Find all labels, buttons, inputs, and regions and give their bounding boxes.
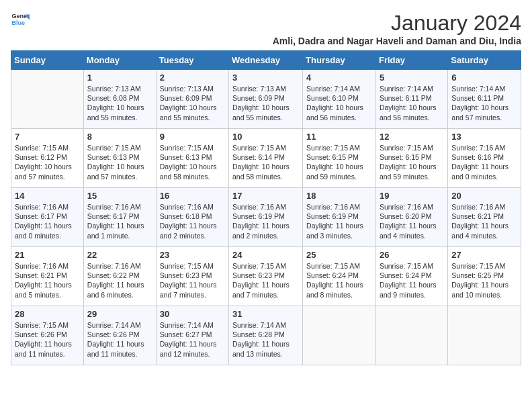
day-info: Sunrise: 7:15 AM Sunset: 6:26 PM Dayligh… bbox=[15, 320, 80, 359]
weekday-header: Monday bbox=[83, 51, 156, 70]
day-info: Sunrise: 7:15 AM Sunset: 6:15 PM Dayligh… bbox=[380, 143, 444, 181]
day-number: 16 bbox=[160, 191, 225, 201]
day-number: 2 bbox=[160, 73, 225, 83]
calendar-cell: 18Sunrise: 7:16 AM Sunset: 6:19 PM Dayli… bbox=[303, 188, 376, 247]
calendar-cell: 12Sunrise: 7:15 AM Sunset: 6:15 PM Dayli… bbox=[375, 129, 447, 188]
day-info: Sunrise: 7:14 AM Sunset: 6:26 PM Dayligh… bbox=[87, 320, 152, 359]
calendar-cell bbox=[375, 306, 447, 365]
calendar-cell: 17Sunrise: 7:16 AM Sunset: 6:19 PM Dayli… bbox=[229, 188, 303, 247]
day-info: Sunrise: 7:15 AM Sunset: 6:14 PM Dayligh… bbox=[232, 143, 299, 181]
weekday-header: Friday bbox=[375, 51, 447, 70]
day-info: Sunrise: 7:14 AM Sunset: 6:11 PM Dayligh… bbox=[380, 84, 444, 122]
day-number: 24 bbox=[232, 250, 299, 260]
calendar-cell: 27Sunrise: 7:15 AM Sunset: 6:25 PM Dayli… bbox=[448, 247, 521, 306]
calendar-cell: 19Sunrise: 7:16 AM Sunset: 6:20 PM Dayli… bbox=[375, 188, 447, 247]
day-number: 6 bbox=[451, 73, 517, 83]
day-number: 12 bbox=[380, 132, 444, 142]
day-info: Sunrise: 7:13 AM Sunset: 6:09 PM Dayligh… bbox=[232, 84, 299, 122]
day-number: 14 bbox=[15, 191, 80, 201]
day-number: 23 bbox=[160, 250, 225, 260]
day-info: Sunrise: 7:14 AM Sunset: 6:11 PM Dayligh… bbox=[451, 84, 517, 122]
calendar-cell: 31Sunrise: 7:14 AM Sunset: 6:28 PM Dayli… bbox=[229, 306, 303, 365]
day-number: 19 bbox=[380, 191, 444, 201]
calendar-cell: 15Sunrise: 7:16 AM Sunset: 6:17 PM Dayli… bbox=[83, 188, 156, 247]
calendar-cell: 2Sunrise: 7:13 AM Sunset: 6:09 PM Daylig… bbox=[156, 70, 228, 129]
day-info: Sunrise: 7:15 AM Sunset: 6:12 PM Dayligh… bbox=[15, 143, 80, 181]
weekday-header: Tuesday bbox=[156, 51, 228, 70]
calendar-cell: 20Sunrise: 7:16 AM Sunset: 6:21 PM Dayli… bbox=[448, 188, 521, 247]
day-info: Sunrise: 7:16 AM Sunset: 6:17 PM Dayligh… bbox=[15, 202, 80, 240]
day-number: 21 bbox=[15, 250, 80, 260]
weekday-header: Thursday bbox=[303, 51, 376, 70]
day-number: 7 bbox=[15, 132, 80, 142]
calendar-cell: 21Sunrise: 7:16 AM Sunset: 6:21 PM Dayli… bbox=[11, 247, 84, 306]
day-number: 13 bbox=[451, 132, 517, 142]
calendar-cell: 25Sunrise: 7:15 AM Sunset: 6:24 PM Dayli… bbox=[303, 247, 376, 306]
day-number: 17 bbox=[232, 191, 299, 201]
weekday-header-row: SundayMondayTuesdayWednesdayThursdayFrid… bbox=[11, 51, 521, 70]
day-info: Sunrise: 7:14 AM Sunset: 6:28 PM Dayligh… bbox=[232, 320, 299, 359]
day-info: Sunrise: 7:15 AM Sunset: 6:23 PM Dayligh… bbox=[160, 261, 225, 300]
calendar-week-row: 7Sunrise: 7:15 AM Sunset: 6:12 PM Daylig… bbox=[11, 129, 521, 188]
page-header: General Blue January 2024 Amli, Dadra an… bbox=[11, 11, 521, 46]
weekday-header: Wednesday bbox=[229, 51, 303, 70]
day-number: 28 bbox=[15, 309, 80, 319]
day-number: 27 bbox=[451, 250, 517, 260]
day-info: Sunrise: 7:16 AM Sunset: 6:20 PM Dayligh… bbox=[380, 202, 444, 240]
day-info: Sunrise: 7:15 AM Sunset: 6:15 PM Dayligh… bbox=[306, 143, 372, 181]
month-title: January 2024 bbox=[273, 11, 521, 36]
day-info: Sunrise: 7:15 AM Sunset: 6:13 PM Dayligh… bbox=[87, 143, 152, 181]
calendar-cell: 16Sunrise: 7:16 AM Sunset: 6:18 PM Dayli… bbox=[156, 188, 228, 247]
location-subtitle: Amli, Dadra and Nagar Haveli and Daman a… bbox=[273, 36, 521, 46]
calendar-cell: 11Sunrise: 7:15 AM Sunset: 6:15 PM Dayli… bbox=[303, 129, 376, 188]
day-info: Sunrise: 7:16 AM Sunset: 6:22 PM Dayligh… bbox=[87, 261, 152, 300]
calendar-week-row: 14Sunrise: 7:16 AM Sunset: 6:17 PM Dayli… bbox=[11, 188, 521, 247]
calendar-cell: 24Sunrise: 7:15 AM Sunset: 6:23 PM Dayli… bbox=[229, 247, 303, 306]
calendar-cell: 6Sunrise: 7:14 AM Sunset: 6:11 PM Daylig… bbox=[448, 70, 521, 129]
day-number: 15 bbox=[87, 191, 152, 201]
day-number: 18 bbox=[306, 191, 372, 201]
calendar-cell: 8Sunrise: 7:15 AM Sunset: 6:13 PM Daylig… bbox=[83, 129, 156, 188]
svg-text:Blue: Blue bbox=[11, 19, 25, 26]
calendar-cell: 13Sunrise: 7:16 AM Sunset: 6:16 PM Dayli… bbox=[448, 129, 521, 188]
day-info: Sunrise: 7:16 AM Sunset: 6:19 PM Dayligh… bbox=[306, 202, 372, 240]
logo-icon: General Blue bbox=[11, 11, 30, 30]
calendar-cell bbox=[303, 306, 376, 365]
day-info: Sunrise: 7:15 AM Sunset: 6:23 PM Dayligh… bbox=[232, 261, 299, 300]
calendar-cell bbox=[11, 70, 84, 129]
day-info: Sunrise: 7:14 AM Sunset: 6:10 PM Dayligh… bbox=[306, 84, 372, 122]
day-number: 29 bbox=[87, 309, 152, 319]
day-info: Sunrise: 7:16 AM Sunset: 6:17 PM Dayligh… bbox=[87, 202, 152, 240]
day-number: 9 bbox=[160, 132, 225, 142]
day-number: 20 bbox=[451, 191, 517, 201]
logo: General Blue bbox=[11, 11, 30, 30]
day-number: 30 bbox=[160, 309, 225, 319]
calendar-cell: 9Sunrise: 7:15 AM Sunset: 6:13 PM Daylig… bbox=[156, 129, 228, 188]
day-info: Sunrise: 7:14 AM Sunset: 6:27 PM Dayligh… bbox=[160, 320, 225, 359]
day-info: Sunrise: 7:16 AM Sunset: 6:16 PM Dayligh… bbox=[451, 143, 517, 181]
calendar-cell: 23Sunrise: 7:15 AM Sunset: 6:23 PM Dayli… bbox=[156, 247, 228, 306]
calendar-cell: 22Sunrise: 7:16 AM Sunset: 6:22 PM Dayli… bbox=[83, 247, 156, 306]
calendar-cell: 14Sunrise: 7:16 AM Sunset: 6:17 PM Dayli… bbox=[11, 188, 84, 247]
day-number: 8 bbox=[87, 132, 152, 142]
day-info: Sunrise: 7:13 AM Sunset: 6:09 PM Dayligh… bbox=[160, 84, 225, 122]
weekday-header: Sunday bbox=[11, 51, 84, 70]
calendar-table: SundayMondayTuesdayWednesdayThursdayFrid… bbox=[11, 50, 521, 365]
day-number: 4 bbox=[306, 73, 372, 83]
day-info: Sunrise: 7:16 AM Sunset: 6:21 PM Dayligh… bbox=[451, 202, 517, 240]
calendar-cell: 3Sunrise: 7:13 AM Sunset: 6:09 PM Daylig… bbox=[229, 70, 303, 129]
calendar-week-row: 21Sunrise: 7:16 AM Sunset: 6:21 PM Dayli… bbox=[11, 247, 521, 306]
weekday-header: Saturday bbox=[448, 51, 521, 70]
calendar-week-row: 1Sunrise: 7:13 AM Sunset: 6:08 PM Daylig… bbox=[11, 70, 521, 129]
calendar-cell: 4Sunrise: 7:14 AM Sunset: 6:10 PM Daylig… bbox=[303, 70, 376, 129]
calendar-cell: 10Sunrise: 7:15 AM Sunset: 6:14 PM Dayli… bbox=[229, 129, 303, 188]
day-number: 10 bbox=[232, 132, 299, 142]
day-number: 3 bbox=[232, 73, 299, 83]
day-info: Sunrise: 7:15 AM Sunset: 6:24 PM Dayligh… bbox=[306, 261, 372, 300]
day-number: 1 bbox=[87, 73, 152, 83]
day-info: Sunrise: 7:16 AM Sunset: 6:18 PM Dayligh… bbox=[160, 202, 225, 240]
calendar-cell: 26Sunrise: 7:15 AM Sunset: 6:24 PM Dayli… bbox=[375, 247, 447, 306]
day-number: 22 bbox=[87, 250, 152, 260]
day-number: 31 bbox=[232, 309, 299, 319]
calendar-cell bbox=[448, 306, 521, 365]
